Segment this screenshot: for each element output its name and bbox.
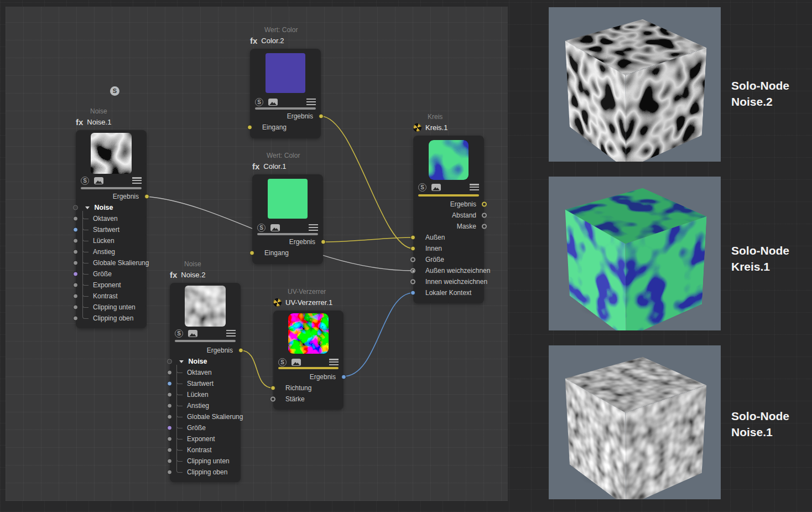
collapse-arrow-icon[interactable] bbox=[179, 360, 184, 363]
noise2-preview[interactable] bbox=[185, 286, 226, 327]
node-body-color1[interactable]: S Ergebnis Eingang bbox=[252, 174, 323, 264]
input-port[interactable] bbox=[73, 261, 78, 266]
input-port[interactable] bbox=[167, 381, 172, 386]
port-row[interactable]: Anstieg bbox=[170, 401, 241, 411]
port-row[interactable]: Exponent bbox=[76, 280, 147, 290]
preview-size-slider[interactable] bbox=[257, 233, 318, 235]
input-port[interactable] bbox=[167, 459, 172, 464]
port-row[interactable]: Oktaven bbox=[76, 214, 147, 224]
preview-image-icon[interactable] bbox=[188, 330, 197, 337]
preview-image-icon[interactable] bbox=[94, 177, 103, 184]
node-body-uv1[interactable]: S Ergebnis Richtung Stärke bbox=[273, 311, 343, 410]
output-port[interactable] bbox=[238, 348, 243, 353]
output-port[interactable] bbox=[482, 213, 487, 218]
input-port[interactable] bbox=[167, 415, 172, 420]
input-groesse[interactable]: Größe bbox=[413, 255, 484, 265]
input-port[interactable] bbox=[167, 404, 172, 408]
menu-icon[interactable] bbox=[226, 330, 236, 337]
solo-toggle-icon[interactable]: S bbox=[81, 177, 89, 185]
input-port[interactable] bbox=[410, 235, 415, 240]
input-port[interactable] bbox=[167, 392, 172, 397]
port-row[interactable]: Clipping unten bbox=[170, 456, 241, 466]
input-port[interactable] bbox=[73, 272, 78, 277]
input-port[interactable] bbox=[167, 470, 172, 475]
input-port[interactable] bbox=[249, 251, 254, 256]
input-port[interactable] bbox=[410, 280, 415, 285]
input-port[interactable] bbox=[167, 448, 172, 453]
input-richtung[interactable]: Richtung bbox=[273, 383, 343, 393]
port-row[interactable]: Kontrast bbox=[170, 445, 241, 455]
input-port[interactable] bbox=[410, 257, 415, 262]
input-port[interactable] bbox=[270, 386, 275, 391]
input-port[interactable] bbox=[410, 246, 415, 251]
output-port[interactable] bbox=[482, 224, 487, 229]
input-port[interactable] bbox=[73, 239, 78, 244]
preview-size-slider[interactable] bbox=[255, 107, 316, 110]
menu-icon[interactable] bbox=[470, 184, 479, 190]
input-port[interactable] bbox=[410, 268, 415, 273]
input-port[interactable] bbox=[73, 294, 78, 299]
port-row[interactable]: Oktaven bbox=[170, 368, 241, 377]
preview-size-slider[interactable] bbox=[278, 367, 339, 369]
input-port[interactable] bbox=[270, 397, 275, 402]
output-port[interactable] bbox=[341, 375, 346, 380]
port-row[interactable]: Clipping unten bbox=[76, 302, 147, 312]
collapse-arrow-icon[interactable] bbox=[85, 206, 90, 209]
port-row[interactable]: Anstieg bbox=[76, 247, 147, 257]
input-staerke[interactable]: Stärke bbox=[273, 394, 343, 404]
node-body-noise2[interactable]: S Ergebnis Noise Oktaven Startwert Lücke… bbox=[170, 283, 241, 482]
input-port[interactable] bbox=[73, 283, 78, 288]
uv1-preview[interactable] bbox=[288, 313, 329, 354]
node-body-kreis1[interactable]: S Ergebnis Abstand Maske Außen Innen bbox=[413, 136, 484, 303]
input-port[interactable] bbox=[167, 426, 172, 431]
solo-toggle-icon[interactable]: S bbox=[418, 183, 426, 192]
port-row[interactable]: Größe bbox=[170, 423, 241, 433]
input-port[interactable] bbox=[73, 305, 78, 310]
input-eingang[interactable]: Eingang bbox=[250, 122, 321, 132]
output-port[interactable] bbox=[321, 240, 326, 245]
input-aussen-weichzeichnen[interactable]: Außen weichzeichnen bbox=[413, 266, 484, 276]
color-swatch[interactable] bbox=[268, 179, 308, 219]
input-innen[interactable]: Innen bbox=[413, 244, 484, 254]
port-row[interactable]: Lücken bbox=[76, 236, 147, 246]
menu-icon[interactable] bbox=[306, 99, 316, 105]
solo-toggle-icon[interactable]: S bbox=[257, 224, 266, 232]
group-port[interactable] bbox=[167, 359, 172, 364]
input-port[interactable] bbox=[73, 227, 78, 232]
output-port[interactable] bbox=[319, 114, 324, 119]
color-swatch[interactable] bbox=[266, 53, 305, 93]
noise1-preview[interactable] bbox=[91, 133, 132, 174]
group-noise[interactable]: Noise bbox=[76, 203, 147, 213]
solo-badge[interactable]: S bbox=[110, 86, 119, 96]
output-port[interactable] bbox=[144, 194, 149, 199]
port-row[interactable]: Globale Skalierung bbox=[76, 258, 147, 268]
input-port[interactable] bbox=[73, 216, 78, 221]
menu-icon[interactable] bbox=[329, 359, 339, 365]
port-row[interactable]: Größe bbox=[76, 269, 147, 279]
input-port[interactable] bbox=[410, 291, 415, 296]
preview-image-icon[interactable] bbox=[268, 99, 278, 106]
menu-icon[interactable] bbox=[132, 177, 142, 184]
kreis1-preview[interactable] bbox=[429, 140, 469, 180]
input-port[interactable] bbox=[73, 250, 78, 255]
input-innen-weichzeichnen[interactable]: Innen weichzeichnen bbox=[413, 277, 484, 287]
group-noise[interactable]: Noise bbox=[170, 356, 241, 366]
input-eingang[interactable]: Eingang bbox=[252, 248, 323, 258]
solo-toggle-icon[interactable]: S bbox=[278, 358, 287, 366]
node-body-noise1[interactable]: S Ergebnis Noise Oktaven Startwert Lücke… bbox=[76, 130, 147, 328]
output-port[interactable] bbox=[482, 202, 487, 207]
port-row[interactable]: Startwert bbox=[170, 379, 241, 389]
input-port[interactable] bbox=[73, 316, 78, 321]
port-row[interactable]: Lücken bbox=[170, 390, 241, 400]
preview-image-icon[interactable] bbox=[292, 359, 301, 366]
input-aussen[interactable]: Außen bbox=[413, 232, 484, 242]
node-body-color2[interactable]: S Ergebnis Eingang bbox=[250, 49, 321, 138]
preview-image-icon[interactable] bbox=[431, 184, 441, 191]
input-port[interactable] bbox=[167, 437, 172, 442]
preview-image-icon[interactable] bbox=[270, 224, 280, 231]
port-row[interactable]: Startwert bbox=[76, 225, 147, 235]
solo-toggle-icon[interactable]: S bbox=[175, 329, 183, 338]
input-lokaler-kontext[interactable]: Lokaler Kontext bbox=[413, 288, 484, 298]
group-port[interactable] bbox=[73, 205, 78, 210]
menu-icon[interactable] bbox=[309, 224, 318, 231]
